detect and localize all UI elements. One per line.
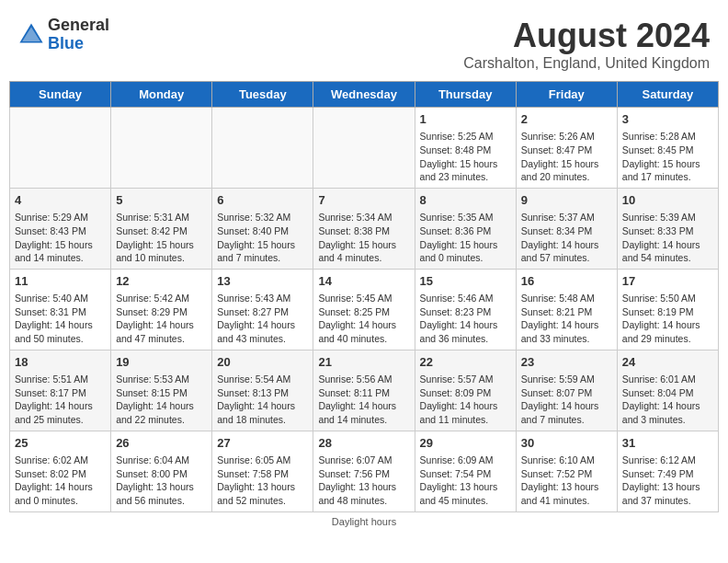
col-header-sunday: Sunday bbox=[10, 82, 111, 108]
calendar-cell: 30Sunrise: 6:10 AM Sunset: 7:52 PM Dayli… bbox=[516, 431, 617, 511]
calendar-cell: 5Sunrise: 5:31 AM Sunset: 8:42 PM Daylig… bbox=[111, 188, 212, 269]
day-number: 20 bbox=[217, 354, 308, 371]
calendar-cell: 17Sunrise: 5:50 AM Sunset: 8:19 PM Dayli… bbox=[617, 269, 718, 350]
day-info: Sunrise: 5:54 AM Sunset: 8:13 PM Dayligh… bbox=[217, 373, 308, 427]
logo-text: General Blue bbox=[48, 17, 109, 53]
calendar-cell: 13Sunrise: 5:43 AM Sunset: 8:27 PM Dayli… bbox=[212, 269, 313, 350]
calendar-cell: 2Sunrise: 5:26 AM Sunset: 8:47 PM Daylig… bbox=[516, 108, 617, 189]
calendar-cell: 15Sunrise: 5:46 AM Sunset: 8:23 PM Dayli… bbox=[415, 269, 516, 350]
calendar-cell: 9Sunrise: 5:37 AM Sunset: 8:34 PM Daylig… bbox=[516, 188, 617, 269]
day-info: Sunrise: 5:28 AM Sunset: 8:45 PM Dayligh… bbox=[622, 130, 713, 184]
day-number: 16 bbox=[521, 273, 612, 290]
day-info: Sunrise: 6:04 AM Sunset: 8:00 PM Dayligh… bbox=[116, 454, 207, 508]
day-info: Sunrise: 5:32 AM Sunset: 8:40 PM Dayligh… bbox=[217, 211, 308, 265]
col-header-thursday: Thursday bbox=[415, 82, 516, 108]
day-info: Sunrise: 5:26 AM Sunset: 8:47 PM Dayligh… bbox=[521, 130, 612, 184]
title-area: August 2024 Carshalton, England, United … bbox=[463, 17, 710, 72]
location: Carshalton, England, United Kingdom bbox=[463, 55, 710, 72]
day-number: 6 bbox=[217, 192, 308, 209]
day-info: Sunrise: 5:59 AM Sunset: 8:07 PM Dayligh… bbox=[521, 373, 612, 427]
col-header-monday: Monday bbox=[111, 82, 212, 108]
calendar-cell: 4Sunrise: 5:29 AM Sunset: 8:43 PM Daylig… bbox=[10, 188, 111, 269]
day-number: 4 bbox=[15, 192, 106, 209]
day-number: 15 bbox=[420, 273, 511, 290]
calendar-cell: 25Sunrise: 6:02 AM Sunset: 8:02 PM Dayli… bbox=[10, 431, 111, 511]
day-number: 28 bbox=[318, 435, 409, 452]
day-info: Sunrise: 5:42 AM Sunset: 8:29 PM Dayligh… bbox=[116, 292, 207, 346]
day-info: Sunrise: 5:25 AM Sunset: 8:48 PM Dayligh… bbox=[420, 130, 511, 184]
col-header-wednesday: Wednesday bbox=[313, 82, 415, 108]
day-info: Sunrise: 5:57 AM Sunset: 8:09 PM Dayligh… bbox=[420, 373, 511, 427]
calendar-cell: 8Sunrise: 5:35 AM Sunset: 8:36 PM Daylig… bbox=[415, 188, 516, 269]
calendar-body: 1Sunrise: 5:25 AM Sunset: 8:48 PM Daylig… bbox=[10, 108, 719, 512]
day-info: Sunrise: 5:34 AM Sunset: 8:38 PM Dayligh… bbox=[318, 211, 409, 265]
day-number: 1 bbox=[420, 111, 511, 128]
day-number: 7 bbox=[318, 192, 409, 209]
day-info: Sunrise: 6:10 AM Sunset: 7:52 PM Dayligh… bbox=[521, 454, 612, 508]
day-number: 27 bbox=[217, 435, 308, 452]
week-row-4: 25Sunrise: 6:02 AM Sunset: 8:02 PM Dayli… bbox=[10, 431, 719, 511]
calendar-cell: 29Sunrise: 6:09 AM Sunset: 7:54 PM Dayli… bbox=[415, 431, 516, 511]
day-number: 22 bbox=[420, 354, 511, 371]
day-info: Sunrise: 5:48 AM Sunset: 8:21 PM Dayligh… bbox=[521, 292, 612, 346]
calendar-cell: 20Sunrise: 5:54 AM Sunset: 8:13 PM Dayli… bbox=[212, 350, 313, 431]
day-info: Sunrise: 5:43 AM Sunset: 8:27 PM Dayligh… bbox=[217, 292, 308, 346]
calendar-cell: 21Sunrise: 5:56 AM Sunset: 8:11 PM Dayli… bbox=[313, 350, 415, 431]
day-number: 17 bbox=[622, 273, 713, 290]
page-header: General Blue August 2024 Carshalton, Eng… bbox=[9, 9, 719, 75]
calendar-table: SundayMondayTuesdayWednesdayThursdayFrid… bbox=[9, 81, 719, 512]
calendar-cell: 16Sunrise: 5:48 AM Sunset: 8:21 PM Dayli… bbox=[516, 269, 617, 350]
calendar-cell: 14Sunrise: 5:45 AM Sunset: 8:25 PM Dayli… bbox=[313, 269, 415, 350]
logo-blue: Blue bbox=[48, 35, 109, 53]
day-number: 21 bbox=[318, 354, 409, 371]
calendar-cell: 11Sunrise: 5:40 AM Sunset: 8:31 PM Dayli… bbox=[10, 269, 111, 350]
week-row-2: 11Sunrise: 5:40 AM Sunset: 8:31 PM Dayli… bbox=[10, 269, 719, 350]
calendar-cell: 31Sunrise: 6:12 AM Sunset: 7:49 PM Dayli… bbox=[617, 431, 718, 511]
day-number: 26 bbox=[116, 435, 207, 452]
day-info: Sunrise: 6:02 AM Sunset: 8:02 PM Dayligh… bbox=[15, 454, 106, 508]
calendar-cell: 19Sunrise: 5:53 AM Sunset: 8:15 PM Dayli… bbox=[111, 350, 212, 431]
day-number: 24 bbox=[622, 354, 713, 371]
logo-icon bbox=[18, 22, 44, 48]
day-number: 8 bbox=[420, 192, 511, 209]
calendar-cell: 12Sunrise: 5:42 AM Sunset: 8:29 PM Dayli… bbox=[111, 269, 212, 350]
day-number: 10 bbox=[622, 192, 713, 209]
calendar-cell: 18Sunrise: 5:51 AM Sunset: 8:17 PM Dayli… bbox=[10, 350, 111, 431]
day-info: Sunrise: 6:12 AM Sunset: 7:49 PM Dayligh… bbox=[622, 454, 713, 508]
day-info: Sunrise: 5:39 AM Sunset: 8:33 PM Dayligh… bbox=[622, 211, 713, 265]
day-info: Sunrise: 5:35 AM Sunset: 8:36 PM Dayligh… bbox=[420, 211, 511, 265]
col-header-tuesday: Tuesday bbox=[212, 82, 313, 108]
calendar-cell: 28Sunrise: 6:07 AM Sunset: 7:56 PM Dayli… bbox=[313, 431, 415, 511]
calendar-cell bbox=[212, 108, 313, 189]
calendar-cell: 23Sunrise: 5:59 AM Sunset: 8:07 PM Dayli… bbox=[516, 350, 617, 431]
day-info: Sunrise: 6:05 AM Sunset: 7:58 PM Dayligh… bbox=[217, 454, 308, 508]
day-number: 5 bbox=[116, 192, 207, 209]
day-number: 30 bbox=[521, 435, 612, 452]
calendar-cell: 10Sunrise: 5:39 AM Sunset: 8:33 PM Dayli… bbox=[617, 188, 718, 269]
day-info: Sunrise: 5:45 AM Sunset: 8:25 PM Dayligh… bbox=[318, 292, 409, 346]
day-info: Sunrise: 5:50 AM Sunset: 8:19 PM Dayligh… bbox=[622, 292, 713, 346]
day-number: 3 bbox=[622, 111, 713, 128]
day-info: Sunrise: 5:53 AM Sunset: 8:15 PM Dayligh… bbox=[116, 373, 207, 427]
footer: Daylight hours bbox=[9, 516, 719, 527]
logo-general: General bbox=[48, 17, 109, 35]
day-number: 14 bbox=[318, 273, 409, 290]
calendar-cell: 27Sunrise: 6:05 AM Sunset: 7:58 PM Dayli… bbox=[212, 431, 313, 511]
week-row-0: 1Sunrise: 5:25 AM Sunset: 8:48 PM Daylig… bbox=[10, 108, 719, 189]
day-info: Sunrise: 5:40 AM Sunset: 8:31 PM Dayligh… bbox=[15, 292, 106, 346]
logo: General Blue bbox=[18, 17, 109, 53]
day-number: 2 bbox=[521, 111, 612, 128]
week-row-3: 18Sunrise: 5:51 AM Sunset: 8:17 PM Dayli… bbox=[10, 350, 719, 431]
day-number: 11 bbox=[15, 273, 106, 290]
calendar-header: SundayMondayTuesdayWednesdayThursdayFrid… bbox=[10, 82, 719, 108]
day-number: 29 bbox=[420, 435, 511, 452]
day-info: Sunrise: 6:09 AM Sunset: 7:54 PM Dayligh… bbox=[420, 454, 511, 508]
day-number: 13 bbox=[217, 273, 308, 290]
day-info: Sunrise: 5:37 AM Sunset: 8:34 PM Dayligh… bbox=[521, 211, 612, 265]
header-row: SundayMondayTuesdayWednesdayThursdayFrid… bbox=[10, 82, 719, 108]
calendar-cell: 1Sunrise: 5:25 AM Sunset: 8:48 PM Daylig… bbox=[415, 108, 516, 189]
col-header-saturday: Saturday bbox=[617, 82, 718, 108]
day-number: 18 bbox=[15, 354, 106, 371]
day-number: 25 bbox=[15, 435, 106, 452]
day-info: Sunrise: 6:07 AM Sunset: 7:56 PM Dayligh… bbox=[318, 454, 409, 508]
